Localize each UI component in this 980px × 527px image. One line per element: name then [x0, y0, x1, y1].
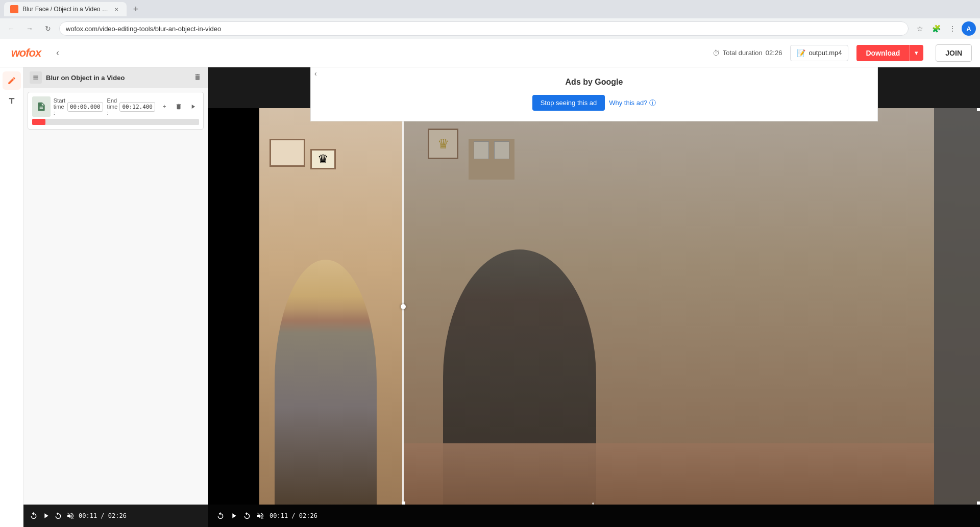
ad-close-arrow[interactable]: ‹ — [310, 67, 321, 80]
selection-handle-br[interactable] — [977, 501, 980, 505]
photo-board — [469, 139, 514, 180]
split-handle — [401, 304, 406, 309]
download-btn-group: Download ▾ — [856, 45, 923, 61]
join-btn[interactable]: JOIN — [936, 44, 972, 62]
wall-art-right-1: ♛ — [428, 129, 458, 159]
main-video-area: ‹ Ads by Google Stop seeing this ad Why … — [208, 67, 980, 527]
track-times: Start time : 00:00.000 End time : 00:12.… — [54, 97, 155, 116]
end-time-field: End time : 00:12.400 — [107, 97, 155, 116]
sidebar-text-btn[interactable] — [3, 92, 21, 110]
stop-ad-btn[interactable]: Stop seeing this ad — [532, 95, 605, 111]
video-right: ♛ — [402, 108, 980, 505]
total-duration-value: 02:26 — [766, 49, 782, 57]
why-ad-text: Why this ad? — [609, 99, 647, 107]
new-tab-btn[interactable]: + — [129, 2, 143, 16]
split-line[interactable] — [402, 108, 404, 505]
photo-2 — [494, 141, 509, 159]
ads-brand: Google — [595, 78, 623, 86]
vc-time-display: 00:11 / 02:26 — [270, 512, 317, 519]
reset-btn-left[interactable] — [54, 512, 62, 520]
track-play-btn[interactable] — [187, 101, 199, 113]
end-time-value[interactable]: 00:12.400 — [119, 102, 155, 112]
start-time-value[interactable]: 00:00.000 — [67, 102, 103, 112]
vc-reset-btn[interactable] — [243, 512, 251, 520]
download-btn[interactable]: Download — [856, 45, 909, 61]
panel-delete-btn[interactable] — [193, 73, 202, 83]
browser-chrome: Blur Face / Object in a Video | W... ✕ +… — [0, 0, 980, 39]
scene: ♛ ♛ — [208, 108, 980, 505]
file-icon: 📝 — [797, 49, 805, 57]
video-canvas: ♛ ♛ — [208, 108, 980, 505]
vc-mute-btn[interactable] — [256, 512, 264, 520]
selection-handle-tr[interactable] — [977, 108, 980, 111]
url-bar[interactable]: wofox.com/video-editing-tools/blur-an-ob… — [59, 21, 909, 36]
duration-info: ⏱ Total duration 02:26 — [713, 49, 782, 57]
track-add-btn[interactable]: + — [158, 101, 170, 113]
black-bar-right — [934, 108, 980, 505]
logo-area: wofox ‹ — [8, 44, 65, 62]
start-time-label: Start time : — [54, 97, 65, 116]
ad-buttons: Stop seeing this ad Why this ad? ⓘ — [532, 95, 656, 111]
menu-btn[interactable]: ⋮ — [945, 21, 960, 36]
wall-art-1 — [270, 139, 305, 167]
browser-actions: ☆ 🧩 ⋮ A — [913, 21, 976, 36]
info-icon: ⓘ — [649, 98, 656, 108]
tab-close-btn[interactable]: ✕ — [112, 5, 120, 13]
left-sidebar — [0, 67, 23, 527]
wall-art-2: ♛ — [310, 149, 336, 169]
tab-title: Blur Face / Object in a Video | W... — [22, 6, 108, 13]
video-left: ♛ — [208, 108, 402, 505]
track-item: Start time : 00:00.000 End time : 00:12.… — [28, 92, 204, 130]
bookmark-btn[interactable]: ☆ — [913, 21, 927, 36]
ads-label: Ads by Google — [566, 78, 623, 87]
clock-icon: ⏱ — [713, 49, 720, 57]
edit-panel-title: Blur on Object in a Video — [46, 74, 125, 82]
timeline-bar — [32, 119, 199, 125]
start-time-field: Start time : 00:00.000 — [54, 97, 103, 116]
video-controls-bar: 00:11 / 02:26 — [208, 505, 980, 527]
time-display-left: 00:11 / 02:26 — [79, 512, 127, 519]
reload-btn[interactable]: ↻ — [41, 21, 55, 36]
wofox-logo[interactable]: wofox — [8, 44, 44, 62]
back-btn[interactable]: ← — [4, 21, 18, 36]
selection-handle-bl[interactable] — [402, 501, 405, 505]
app-header: wofox ‹ ⏱ Total duration 02:26 📝 output.… — [0, 39, 980, 67]
edit-panel-header: Blur on Object in a Video — [23, 67, 208, 88]
person-figure-left — [275, 260, 377, 505]
timeline-progress — [32, 119, 45, 125]
track-row: Start time : 00:00.000 End time : 00:12.… — [32, 96, 199, 117]
back-nav-btn[interactable]: ‹ — [50, 45, 65, 61]
sofa-hint — [402, 443, 934, 505]
forward-btn[interactable]: → — [22, 21, 37, 36]
why-ad-link[interactable]: Why this ad? ⓘ — [609, 98, 656, 108]
vc-play-btn[interactable] — [230, 512, 238, 520]
bottom-indicator — [592, 503, 594, 505]
tab-favicon — [10, 5, 18, 13]
photo-1 — [474, 141, 489, 159]
filename-input[interactable]: 📝 output.mp4 — [790, 45, 848, 61]
vc-loop-btn[interactable] — [216, 512, 225, 520]
extensions-btn[interactable]: 🧩 — [929, 21, 943, 36]
ads-prefix: Ads by — [566, 78, 595, 86]
track-delete-btn[interactable] — [173, 101, 185, 113]
url-text: wofox.com/video-editing-tools/blur-an-ob… — [66, 25, 221, 33]
play-btn-left[interactable] — [42, 512, 50, 520]
sidebar-edit-btn[interactable] — [3, 71, 21, 90]
track-actions: + — [158, 101, 199, 113]
logo-text: wofox — [11, 46, 41, 60]
panel-icon — [30, 71, 42, 84]
download-arrow-btn[interactable]: ▾ — [909, 45, 923, 61]
filename-text: output.mp4 — [808, 49, 842, 57]
ad-overlay: ‹ Ads by Google Stop seeing this ad Why … — [310, 67, 878, 121]
address-bar: ← → ↻ wofox.com/video-editing-tools/blur… — [0, 18, 980, 39]
playback-bar-left: 00:11 / 02:26 — [23, 505, 208, 527]
black-bar-left — [208, 108, 259, 505]
total-duration-label: Total duration — [723, 49, 763, 57]
tab-bar: Blur Face / Object in a Video | W... ✕ + — [0, 0, 980, 18]
panel-content: Start time : 00:00.000 End time : 00:12.… — [23, 88, 208, 527]
loop-btn-left[interactable] — [30, 512, 38, 520]
profile-btn[interactable]: A — [962, 21, 976, 36]
active-tab[interactable]: Blur Face / Object in a Video | W... ✕ — [4, 2, 127, 16]
mute-btn-left[interactable] — [66, 512, 75, 520]
track-thumbnail — [32, 96, 51, 117]
